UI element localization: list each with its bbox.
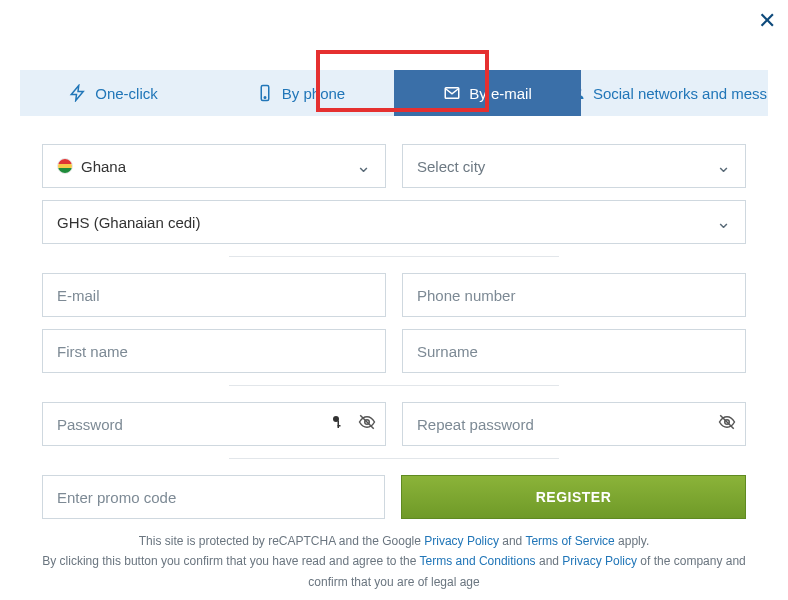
ghana-flag-icon xyxy=(57,158,73,174)
repeat-password-input[interactable] xyxy=(402,402,746,446)
tab-by-email[interactable]: By e-mail xyxy=(394,70,581,116)
city-select[interactable]: Select city ⌄ xyxy=(402,144,746,188)
first-name-input[interactable] xyxy=(42,329,386,373)
surname-input[interactable] xyxy=(402,329,746,373)
divider xyxy=(229,256,559,257)
promo-input[interactable] xyxy=(42,475,385,519)
tab-label: Social networks and mess… xyxy=(593,85,768,102)
divider xyxy=(229,458,559,459)
legal-confirm-prefix: By clicking this button you confirm that… xyxy=(42,554,419,568)
privacy-policy-link[interactable]: Privacy Policy xyxy=(424,534,499,548)
chevron-down-icon: ⌄ xyxy=(716,211,731,233)
svg-rect-7 xyxy=(338,425,341,427)
chevron-down-icon: ⌄ xyxy=(716,155,731,177)
svg-rect-6 xyxy=(338,421,340,429)
phone-icon xyxy=(256,84,274,102)
tab-social[interactable]: Social networks and mess… xyxy=(581,70,768,116)
registration-tabs: One-click By phone By e-mail Social netw… xyxy=(20,70,768,116)
tab-label: By e-mail xyxy=(469,85,532,102)
svg-point-1 xyxy=(264,97,266,99)
phone-input[interactable] xyxy=(402,273,746,317)
currency-select[interactable]: GHS (Ghanaian cedi) ⌄ xyxy=(42,200,746,244)
legal-and2: and xyxy=(536,554,563,568)
country-select[interactable]: Ghana ⌄ xyxy=(42,144,386,188)
chevron-down-icon: ⌄ xyxy=(356,155,371,177)
header-spacer xyxy=(20,0,768,70)
privacy-policy-link-2[interactable]: Privacy Policy xyxy=(562,554,637,568)
email-input[interactable] xyxy=(42,273,386,317)
legal-text: This site is protected by reCAPTCHA and … xyxy=(42,531,746,592)
tab-by-phone[interactable]: By phone xyxy=(207,70,394,116)
lightning-icon xyxy=(69,84,87,102)
legal-and: and xyxy=(499,534,525,548)
eye-off-icon[interactable] xyxy=(358,413,376,435)
users-icon xyxy=(581,84,585,102)
country-value: Ghana xyxy=(81,158,126,175)
register-button[interactable]: REGISTER xyxy=(401,475,746,519)
city-placeholder: Select city xyxy=(417,158,485,175)
terms-and-conditions-link[interactable]: Terms and Conditions xyxy=(420,554,536,568)
legal-apply: apply. xyxy=(615,534,649,548)
tab-label: One-click xyxy=(95,85,158,102)
tab-one-click[interactable]: One-click xyxy=(20,70,207,116)
divider xyxy=(229,385,559,386)
close-button[interactable]: ✕ xyxy=(758,8,776,34)
legal-recaptcha-prefix: This site is protected by reCAPTCHA and … xyxy=(139,534,424,548)
key-icon xyxy=(330,413,348,435)
tab-label: By phone xyxy=(282,85,345,102)
eye-off-icon[interactable] xyxy=(718,413,736,435)
terms-of-service-link[interactable]: Terms of Service xyxy=(525,534,614,548)
currency-value: GHS (Ghanaian cedi) xyxy=(57,214,200,231)
email-icon xyxy=(443,84,461,102)
